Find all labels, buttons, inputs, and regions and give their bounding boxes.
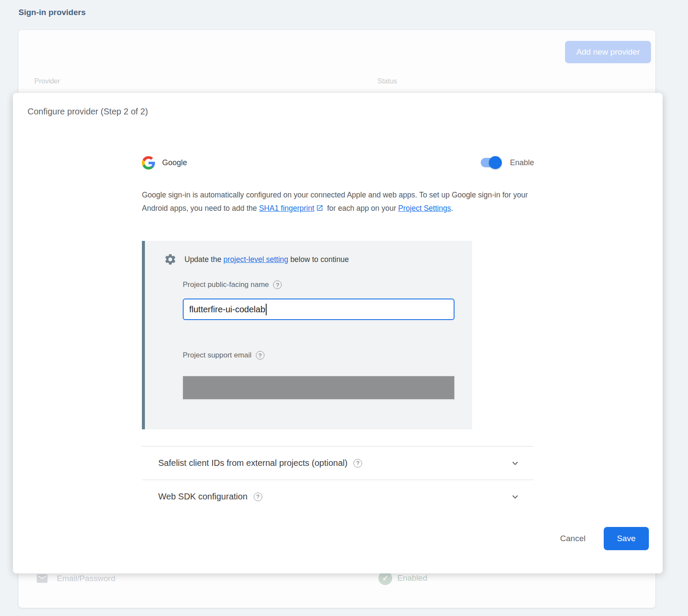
help-glyph: ? — [356, 460, 359, 466]
open-in-new-icon — [316, 203, 323, 210]
check-glyph: ✓ — [382, 574, 388, 583]
column-header-provider: Provider — [34, 77, 60, 85]
public-name-label: Project public-facing name ? — [183, 280, 282, 289]
google-provider-row: Google Enable — [142, 155, 534, 170]
provider-name: Email/Password — [57, 574, 115, 583]
description-text-2: for each app on your — [325, 204, 398, 213]
support-email-label: Project support email ? — [183, 351, 264, 360]
table-row[interactable]: Email/Password ✓ Enabled — [34, 571, 639, 588]
support-email-select[interactable] — [183, 376, 455, 400]
section-title: Web SDK configuration — [158, 492, 248, 502]
add-new-provider-button[interactable]: Add new provider — [565, 41, 651, 63]
save-button[interactable]: Save — [604, 527, 649, 550]
section-title: Safelist client IDs from external projec… — [158, 458, 347, 468]
section-web-sdk-configuration[interactable]: Web SDK configuration ? — [142, 480, 534, 513]
google-logo-icon — [142, 156, 155, 169]
project-settings-link[interactable]: Project Settings — [398, 204, 451, 213]
enable-toggle-label: Enable — [510, 158, 534, 167]
cancel-button[interactable]: Cancel — [560, 534, 586, 543]
gear-icon — [164, 253, 177, 266]
email-envelope-icon — [36, 572, 49, 585]
help-icon[interactable]: ? — [254, 493, 262, 501]
callout-text-1: Update the — [184, 255, 223, 264]
chevron-down-icon[interactable] — [510, 458, 521, 469]
help-icon[interactable]: ? — [273, 280, 282, 289]
page-title: Sign-in providers — [18, 8, 86, 17]
callout-text-2: below to continue — [288, 255, 349, 264]
support-email-label-text: Project support email — [183, 351, 252, 360]
description-text-3: . — [451, 204, 453, 213]
project-level-setting-link[interactable]: project-level setting — [223, 255, 288, 264]
provider-description: Google sign-in is automatically configur… — [142, 188, 537, 215]
toggle-knob — [489, 156, 502, 169]
sha1-fingerprint-link[interactable]: SHA1 fingerprint — [259, 204, 314, 213]
configure-provider-dialog: Configure provider (Step 2 of 2) Google … — [13, 93, 663, 573]
callout-heading: Update the project-level setting below t… — [164, 253, 349, 266]
project-level-setting-callout: Update the project-level setting below t… — [142, 241, 472, 429]
public-name-value: flutterfire-ui-codelab — [189, 305, 265, 314]
text-cursor — [266, 304, 267, 315]
help-glyph: ? — [276, 282, 279, 288]
dialog-footer: Cancel Save — [560, 527, 649, 550]
dialog-title: Configure provider (Step 2 of 2) — [28, 107, 148, 117]
callout-text: Update the project-level setting below t… — [184, 255, 349, 264]
help-glyph: ? — [256, 493, 259, 500]
public-name-input[interactable]: flutterfire-ui-codelab — [183, 299, 455, 320]
public-name-label-text: Project public-facing name — [183, 280, 269, 289]
column-header-status: Status — [378, 77, 397, 85]
chevron-down-icon[interactable] — [510, 491, 521, 502]
provider-label: Google — [162, 158, 187, 167]
enable-toggle[interactable] — [481, 158, 501, 167]
enable-toggle-wrap: Enable — [481, 158, 534, 167]
help-icon[interactable]: ? — [256, 351, 264, 360]
status-badge: Enabled — [397, 573, 427, 583]
section-safelist-client-ids[interactable]: Safelist client IDs from external projec… — [142, 446, 534, 480]
help-glyph: ? — [258, 352, 261, 359]
help-icon[interactable]: ? — [353, 459, 362, 468]
